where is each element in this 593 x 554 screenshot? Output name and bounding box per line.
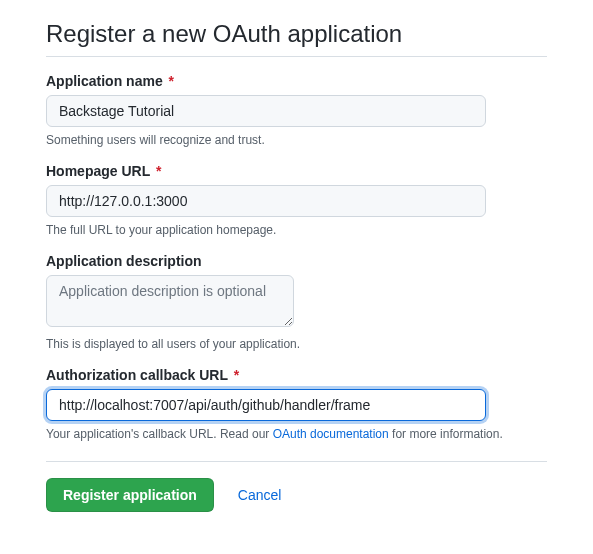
homepage-url-label: Homepage URL * — [46, 163, 547, 179]
homepage-url-input[interactable] — [46, 185, 486, 217]
callback-url-label-text: Authorization callback URL — [46, 367, 228, 383]
app-name-help: Something users will recognize and trust… — [46, 133, 547, 147]
form-actions: Register application Cancel — [46, 478, 547, 512]
app-name-group: Application name * Something users will … — [46, 73, 547, 147]
callback-url-group: Authorization callback URL * Your applic… — [46, 367, 547, 441]
description-label: Application description — [46, 253, 547, 269]
app-name-label-text: Application name — [46, 73, 163, 89]
description-help: This is displayed to all users of your a… — [46, 337, 547, 351]
homepage-url-help: The full URL to your application homepag… — [46, 223, 547, 237]
app-name-input[interactable] — [46, 95, 486, 127]
oauth-documentation-link[interactable]: OAuth documentation — [273, 427, 389, 441]
callback-url-label: Authorization callback URL * — [46, 367, 547, 383]
app-name-label: Application name * — [46, 73, 547, 89]
description-textarea[interactable] — [46, 275, 294, 327]
callback-help-before: Your application's callback URL. Read ou… — [46, 427, 273, 441]
required-marker: * — [169, 73, 174, 89]
description-label-text: Application description — [46, 253, 202, 269]
description-group: Application description This is displaye… — [46, 253, 547, 351]
page-title: Register a new OAuth application — [46, 20, 547, 57]
required-marker: * — [156, 163, 161, 179]
cancel-link[interactable]: Cancel — [238, 487, 282, 503]
callback-help-after: for more information. — [389, 427, 503, 441]
register-application-button[interactable]: Register application — [46, 478, 214, 512]
divider — [46, 461, 547, 462]
required-marker: * — [234, 367, 239, 383]
homepage-url-label-text: Homepage URL — [46, 163, 150, 179]
callback-url-help: Your application's callback URL. Read ou… — [46, 427, 547, 441]
callback-url-input[interactable] — [46, 389, 486, 421]
homepage-url-group: Homepage URL * The full URL to your appl… — [46, 163, 547, 237]
